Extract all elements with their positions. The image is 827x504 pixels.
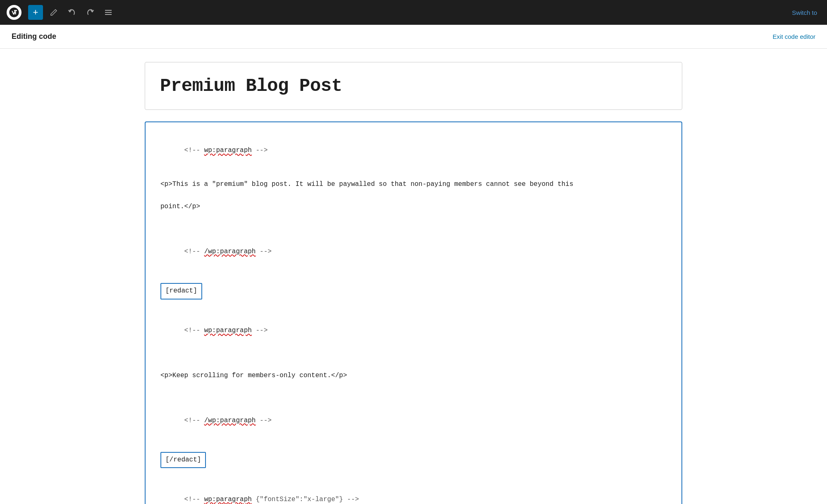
pencil-button[interactable]	[46, 5, 61, 20]
main-toolbar: + Switch to	[0, 0, 827, 25]
redo-button[interactable]	[83, 5, 98, 20]
post-title: Premium Blog Post	[160, 76, 667, 96]
code-line: <!-- /wp:paragraph -->	[160, 235, 667, 269]
code-line: point.</p>	[160, 201, 667, 212]
title-box: Premium Blog Post	[145, 62, 682, 110]
code-line: <p>This is a "premium" blog post. It wil…	[160, 179, 667, 190]
code-line: <!-- wp:paragraph -->	[160, 134, 667, 168]
shortcode-redact-close: [/redact]	[160, 452, 206, 468]
undo-button[interactable]	[65, 5, 79, 20]
code-editor[interactable]: <!-- wp:paragraph --> <p>This is a "prem…	[145, 121, 682, 504]
code-line: <!-- wp:paragraph -->	[160, 314, 667, 348]
main-content: Premium Blog Post <!-- wp:paragraph --> …	[0, 49, 827, 504]
code-line: <!-- wp:paragraph {"fontSize":"x-large"}…	[160, 483, 667, 504]
switch-link[interactable]: Switch to	[792, 9, 820, 16]
wp-logo	[7, 5, 22, 20]
undo-icon	[68, 8, 76, 17]
redo-icon	[86, 8, 94, 17]
shortcode-redact-open: [redact]	[160, 283, 202, 299]
code-line: <!-- /wp:paragraph -->	[160, 404, 667, 437]
sub-header: Editing code Exit code editor	[0, 25, 827, 49]
exit-code-editor-button[interactable]: Exit code editor	[773, 33, 815, 40]
pencil-icon	[50, 9, 57, 16]
editing-code-label: Editing code	[12, 32, 56, 41]
add-block-button[interactable]: +	[28, 5, 43, 20]
list-icon	[104, 9, 112, 16]
code-line: <p>Keep scrolling for members-only conte…	[160, 370, 667, 381]
list-view-button[interactable]	[101, 5, 116, 20]
